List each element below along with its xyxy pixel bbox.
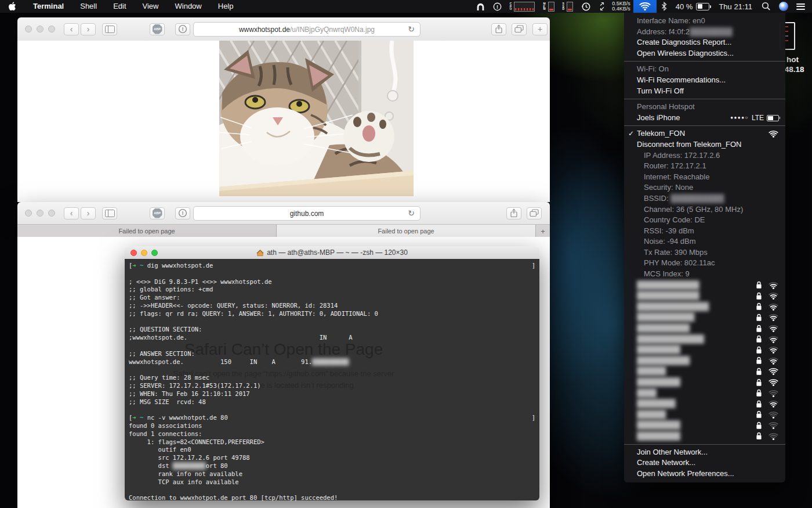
- network-arrows[interactable]: [595, 0, 609, 13]
- wifi-network-row[interactable]: ████: [624, 388, 785, 399]
- wifi-network-row[interactable]: █████████████: [624, 290, 785, 301]
- ssd-meter[interactable]: SSD: [559, 0, 578, 13]
- zoom-button[interactable]: [151, 250, 158, 256]
- back-button[interactable]: ‹: [64, 207, 79, 219]
- memory-meter[interactable]: MEM: [539, 0, 558, 13]
- arch-menu-extra[interactable]: [472, 0, 489, 13]
- download-speed: 0.4KB/s: [612, 6, 630, 12]
- wifi-network-row[interactable]: ████████: [624, 398, 785, 409]
- battery-menu-extra[interactable]: 40 %: [672, 0, 714, 13]
- menu-item-telekom-fon[interactable]: ✓ Telekom_FON: [624, 128, 785, 139]
- tab-failed-left[interactable]: Failed to open page: [17, 225, 277, 237]
- wifi-network-row[interactable]: ████████████: [624, 312, 785, 323]
- wifi-network-row[interactable]: ███████████████: [624, 301, 785, 312]
- menu-item-disconnect[interactable]: Disconnect from Telekom_FON: [624, 139, 785, 150]
- svg-text:!: !: [182, 210, 184, 216]
- share-button[interactable]: [491, 23, 506, 35]
- menu-terminal[interactable]: Terminal: [25, 0, 72, 13]
- mem-label: MEM: [543, 2, 545, 10]
- wifi-network-row[interactable]: ███████████: [624, 323, 785, 334]
- redacted-network-name: ████: [637, 388, 656, 397]
- network-speed[interactable]: 0.5KB/s 0.4KB/s: [609, 1, 633, 12]
- new-tab-button[interactable]: +: [535, 225, 550, 237]
- wifi-network-row[interactable]: ██████: [624, 366, 785, 377]
- forward-button[interactable]: ›: [81, 207, 96, 219]
- terminal-line: [129, 486, 535, 494]
- zoom-button[interactable]: [48, 26, 55, 33]
- address-bar[interactable]: wwwxhotspot.de/u/INBjpGyQnwrqW0Na.jpg ↻: [193, 22, 420, 37]
- wifi-menu-extra[interactable]: [633, 0, 657, 13]
- abp-icon: ABP: [153, 208, 162, 218]
- adblock-button[interactable]: ABP: [150, 207, 165, 219]
- minimize-button[interactable]: [37, 210, 44, 217]
- redacted-network-name: █████████: [637, 420, 680, 429]
- menu-bar-clock[interactable]: Thu 21:11: [713, 0, 757, 13]
- wifi-network-row[interactable]: █████████████: [624, 280, 785, 291]
- apple-menu[interactable]: [0, 2, 25, 11]
- minimize-button[interactable]: [37, 26, 44, 33]
- window-controls[interactable]: [130, 250, 158, 256]
- terminal-body[interactable]: [➜ ~ dig wwwxhotspot.de]; <<>> DiG 9.8.3…: [125, 259, 539, 500]
- menu-item-open-network-preferences[interactable]: Open Network Preferences...: [624, 469, 785, 480]
- menu-view[interactable]: View: [135, 0, 167, 13]
- window-controls[interactable]: [25, 210, 55, 217]
- wifi-network-row[interactable]: █████████: [624, 344, 785, 355]
- wifi-network-row[interactable]: ██████: [624, 409, 785, 420]
- notification-center-menu-extra[interactable]: [792, 0, 812, 13]
- close-button[interactable]: [25, 26, 32, 33]
- wifi-network-row[interactable]: █████████: [624, 377, 785, 388]
- extension-info-button[interactable]: !: [175, 207, 190, 219]
- menu-shell[interactable]: Shell: [72, 0, 105, 13]
- separator: [624, 61, 785, 62]
- bluetooth-menu-extra[interactable]: [657, 0, 672, 13]
- wifi-network-row[interactable]: █████████: [624, 420, 785, 431]
- address-bar[interactable]: github.com ↻: [193, 206, 420, 221]
- menu-window[interactable]: Window: [167, 0, 210, 13]
- close-button[interactable]: [25, 210, 32, 217]
- menu-item-open-wireless-diagnostics[interactable]: Open Wireless Diagnostics...: [624, 48, 785, 59]
- cat-photo: [219, 41, 414, 196]
- menu-item-create-network[interactable]: Create Network...: [624, 457, 785, 469]
- menu-item-turn-wifi-off[interactable]: Turn Wi-Fi Off: [624, 86, 785, 97]
- terminal-line: ; <<>> DiG 9.8.3-P1 <<>> wwwxhotspot.de: [129, 278, 535, 286]
- siri-menu-extra[interactable]: [775, 0, 792, 13]
- menu-edit[interactable]: Edit: [105, 0, 134, 13]
- share-button[interactable]: [506, 207, 521, 219]
- terminal-line: [129, 406, 535, 414]
- menu-item-join-other-network[interactable]: Join Other Network...: [624, 447, 785, 458]
- extension-info-button[interactable]: !: [175, 23, 190, 35]
- terminal-title: ath — ath@aths-MBP — ~ — -zsh — 120×30: [267, 248, 408, 257]
- redacted-network-name: █████████████: [637, 291, 699, 300]
- adblock-button[interactable]: ABP: [150, 23, 165, 35]
- wifi-network-row[interactable]: ███████████: [624, 355, 785, 366]
- terminal-line: TCP aux info available: [129, 478, 535, 487]
- time-machine-menu-extra[interactable]: [577, 0, 595, 13]
- menu-item-wifi-recommendations[interactable]: Wi-Fi Recommendations...: [624, 75, 785, 86]
- sidebar-button[interactable]: [102, 207, 117, 219]
- window-controls[interactable]: [25, 26, 55, 33]
- wifi-network-row[interactable]: ██████████████: [624, 334, 785, 345]
- forward-button[interactable]: ›: [81, 23, 96, 35]
- zoom-button[interactable]: [48, 210, 55, 217]
- menu-item-create-diagnostics-report[interactable]: Create Diagnostics Report...: [624, 37, 785, 48]
- sidebar-button[interactable]: [102, 23, 117, 35]
- tab-overview-button[interactable]: [512, 23, 527, 35]
- terminal-line: [➜ ~ dig wwwxhotspot.de]: [129, 262, 535, 270]
- reload-button[interactable]: ↻: [408, 208, 415, 219]
- safari-toolbar: ‹ › ABP ! wwwxhotspot.de/u/INBjpGyQnwrqW…: [17, 17, 550, 41]
- spotlight-menu-extra[interactable]: [757, 0, 775, 13]
- terminal-line: Connection to wwwxhotpot.de port 80 [tcp…: [129, 494, 535, 502]
- tab-failed-right[interactable]: Failed to open page: [277, 225, 535, 237]
- close-button[interactable]: [130, 250, 137, 256]
- menu-help[interactable]: Help: [210, 0, 242, 13]
- alert-menu-extra[interactable]: !: [489, 0, 506, 13]
- reload-button[interactable]: ↻: [408, 24, 415, 35]
- menu-item-joels-iphone[interactable]: Joels iPhone ●●●●○ LTE: [624, 113, 785, 124]
- tab-overview-button[interactable]: [527, 207, 542, 219]
- terminal-titlebar[interactable]: ath — ath@aths-MBP — ~ — -zsh — 120×30: [125, 246, 539, 260]
- minimize-button[interactable]: [141, 250, 147, 256]
- wifi-network-row[interactable]: █████████: [624, 431, 785, 442]
- cpu-meter[interactable]: CPU: [506, 0, 539, 13]
- new-tab-button[interactable]: +: [532, 23, 548, 35]
- back-button[interactable]: ‹: [64, 23, 79, 35]
